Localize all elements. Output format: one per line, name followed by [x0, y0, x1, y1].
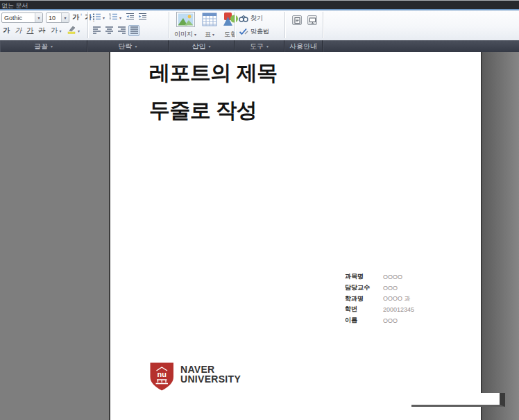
- numbered-list-button[interactable]: ▾: [108, 12, 123, 23]
- info-value[interactable]: OOOO 과: [383, 294, 411, 303]
- table-row: 학번 200012345: [345, 304, 414, 315]
- indent-icon: [138, 12, 147, 22]
- chevron-down-icon: ▾: [212, 32, 214, 37]
- band-filler: [323, 40, 519, 52]
- align-left-button[interactable]: [91, 25, 102, 36]
- justify-button[interactable]: [128, 25, 139, 36]
- info-value[interactable]: OOOO: [383, 274, 402, 280]
- ribbon-toolbar: Gothic ▾ 10 ▾ 가↑ 가↓ 가 가 가 가 가 ▾: [0, 10, 519, 40]
- justify-icon: [130, 26, 139, 35]
- underline-button[interactable]: 가: [25, 25, 35, 36]
- insert-image-label: 이미지: [174, 30, 193, 39]
- info-value[interactable]: OOO: [383, 285, 398, 292]
- logo-line2: UNIVERSITY: [180, 374, 241, 384]
- bullet-list-button[interactable]: ▾: [91, 12, 106, 23]
- strikethrough-button[interactable]: 가: [37, 25, 47, 36]
- increase-font-size-button[interactable]: 가↑: [71, 12, 83, 23]
- chevron-down-icon[interactable]: ▾: [61, 13, 69, 22]
- info-value[interactable]: 200012345: [383, 306, 414, 313]
- numbered-list-icon: [109, 12, 118, 22]
- page-edge-shadow: [482, 52, 519, 420]
- insert-image-button[interactable]: 이미지 ▾: [173, 12, 198, 38]
- logo-line1: NAVER: [180, 364, 241, 374]
- image-icon: [176, 12, 195, 28]
- shortcut-guide-button[interactable]: [292, 15, 302, 25]
- info-value[interactable]: OOO: [383, 317, 398, 324]
- font-name-value: Gothic: [2, 15, 35, 22]
- font-size-combo[interactable]: 10 ▾: [46, 12, 69, 23]
- overlay-box: [411, 393, 505, 407]
- info-label: 담당교수: [345, 283, 383, 292]
- chevron-down-icon: ▾: [119, 15, 121, 20]
- arrow-up-icon: ↑: [80, 12, 83, 17]
- help-guide-button[interactable]: [307, 15, 317, 25]
- increase-indent-button[interactable]: [137, 12, 148, 23]
- find-button[interactable]: 찾기: [239, 13, 263, 23]
- toolbar-separator: [87, 12, 88, 38]
- decrease-indent-button[interactable]: [124, 12, 135, 23]
- align-center-icon: [105, 26, 114, 35]
- info-label: 이름: [345, 316, 383, 325]
- report-info-table[interactable]: 과목명 OOOO 담당교수 OOO 학과명 OOOO 과 학번 20001234…: [345, 271, 414, 326]
- chevron-down-icon: ▾: [266, 44, 269, 49]
- monitor-icon: [309, 17, 316, 24]
- document-page[interactable]: 레포트의 제목 두줄로 작성 과목명 OOOO 담당교수 OOO 학과명 OOO…: [109, 52, 482, 420]
- bold-button[interactable]: 가: [1, 25, 12, 36]
- toolbar-separator: [235, 12, 235, 38]
- ribbon-group-band: 글꼴 ▾ 단락 ▾ 삽입 ▾ 도구 ▾ 사용안내: [0, 40, 519, 52]
- table-row: 담당교수 OOO: [345, 283, 414, 294]
- shapes-icon: [222, 12, 239, 28]
- group-label-insert[interactable]: 삽입 ▾: [169, 40, 235, 52]
- group-label-guide: 사용안내: [284, 40, 323, 52]
- group-label-paragraph[interactable]: 단락 ▾: [87, 40, 169, 52]
- chevron-down-icon[interactable]: ▾: [35, 13, 42, 22]
- chevron-down-icon: ▾: [51, 44, 53, 49]
- spellcheck-button[interactable]: 맞춤법: [239, 26, 269, 36]
- align-left-icon: [92, 26, 101, 35]
- find-label: 찾기: [250, 14, 263, 23]
- table-icon: [202, 12, 217, 28]
- font-color-button[interactable]: 가 ▾: [49, 25, 64, 36]
- info-label: 학번: [345, 305, 383, 314]
- group-label-font[interactable]: 글꼴 ▾: [0, 40, 87, 52]
- toolbar-separator: [323, 12, 323, 38]
- insert-table-label: 표: [205, 30, 211, 39]
- chevron-down-icon: ▾: [59, 28, 61, 33]
- highlight-color-button[interactable]: ▾: [65, 25, 82, 36]
- chevron-down-icon: ▾: [78, 28, 80, 33]
- chevron-down-icon: ▾: [103, 15, 105, 20]
- info-label: 과목명: [345, 272, 383, 281]
- spellcheck-icon: [239, 28, 248, 35]
- window-titlebar: 없는 문서: [0, 0, 519, 9]
- font-name-combo[interactable]: Gothic ▾: [1, 12, 43, 23]
- chevron-down-icon: ▾: [208, 44, 210, 49]
- table-row: 이름 OOO: [345, 315, 414, 326]
- spellcheck-label: 맞춤법: [250, 27, 269, 36]
- university-shield-icon: nu: [149, 362, 175, 392]
- info-label: 학과명: [345, 294, 383, 303]
- document-title-line1[interactable]: 레포트의 제목: [149, 59, 278, 87]
- italic-button[interactable]: 가: [13, 25, 24, 36]
- table-row: 과목명 OOOO: [345, 271, 414, 283]
- font-size-value: 10: [46, 15, 61, 22]
- group-label-tools[interactable]: 도구 ▾: [235, 40, 284, 52]
- table-row: 학과명 OOOO 과: [345, 293, 414, 304]
- align-right-button[interactable]: [116, 25, 127, 36]
- outdent-icon: [126, 12, 135, 22]
- app-window: 없는 문서 Gothic ▾ 10 ▾ 가↑ 가↓ 가 가 가 가 가 ▾: [0, 0, 519, 420]
- document-canvas: 레포트의 제목 두줄로 작성 과목명 OOOO 담당교수 OOO 학과명 OOO…: [0, 52, 519, 420]
- university-logo: nu NAVER UNIVERSITY: [149, 362, 241, 392]
- university-logo-text: NAVER UNIVERSITY: [180, 364, 241, 384]
- insert-table-button[interactable]: 표 ▾: [200, 12, 219, 38]
- document-title-line2[interactable]: 두줄로 작성: [149, 96, 257, 125]
- toolbar-separator: [284, 12, 285, 38]
- binoculars-icon: [239, 15, 248, 22]
- align-right-icon: [117, 26, 126, 35]
- toolbar-separator: [169, 12, 169, 38]
- align-center-button[interactable]: [103, 25, 114, 36]
- chevron-down-icon: ▾: [194, 32, 196, 37]
- insert-shape-button[interactable]: 도형: [221, 12, 240, 38]
- document-info-icon: [294, 17, 300, 24]
- chevron-down-icon: ▾: [135, 44, 137, 49]
- highlighter-icon: [67, 26, 76, 35]
